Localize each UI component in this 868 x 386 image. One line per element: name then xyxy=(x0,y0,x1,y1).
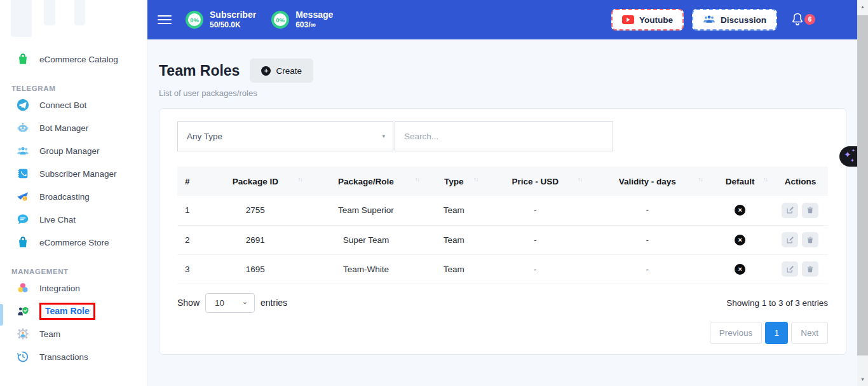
scrollbar[interactable]: ▲ ▼ xyxy=(857,0,868,386)
sidebar-item-label: Subscriber Manager xyxy=(39,169,117,179)
pagination: Previous 1 Next xyxy=(177,322,828,344)
edit-button[interactable] xyxy=(782,232,798,247)
create-button-label: Create xyxy=(276,66,302,76)
type-filter-value: Any Type xyxy=(187,132,222,141)
sort-icon: ↑↓ xyxy=(473,176,478,183)
col-header-package-role[interactable]: Package/Role↑↓ xyxy=(308,167,424,196)
sidebar-item-label: Team xyxy=(39,329,60,339)
caret-down-icon: ▾ xyxy=(382,133,385,139)
sidebar-item-bot-manager[interactable]: Bot Manager xyxy=(0,116,147,139)
delete-button[interactable] xyxy=(802,232,818,247)
cell-num: 2 xyxy=(177,225,203,254)
cell-validity: - xyxy=(587,196,707,225)
page-subtitle: List of user packages/roles xyxy=(159,88,846,98)
youtube-button[interactable]: Youtube xyxy=(611,9,684,31)
cell-price: - xyxy=(483,196,587,225)
col-header-default[interactable]: Default↑↓ xyxy=(708,167,773,196)
create-button[interactable]: + Create xyxy=(250,59,313,83)
page-size-value: 10 xyxy=(215,298,224,308)
col-header-type[interactable]: Type↑↓ xyxy=(424,167,483,196)
sidebar-item-ecommerce-catalog[interactable]: eCommerce Catalog xyxy=(0,48,147,71)
shopping-bag-icon xyxy=(15,52,31,67)
cell-actions xyxy=(773,196,828,225)
assistant-fab[interactable]: ✦ ✦ ✦ xyxy=(839,146,857,167)
table-row: 3 1695 Team-White Team - - × xyxy=(177,254,828,284)
next-page-button[interactable]: Next xyxy=(791,322,828,344)
team-role-shield-icon xyxy=(15,303,31,319)
topbar: 0% Subscriber 50/50.0K 0% Message 603/∞ … xyxy=(147,0,857,39)
page-size-select[interactable]: 10 ⌄ xyxy=(205,293,255,313)
sidebar-item-team-role[interactable]: Team Role xyxy=(0,300,147,322)
sidebar-item-subscriber-manager[interactable]: Subscriber Manager xyxy=(0,162,147,185)
delete-button[interactable] xyxy=(802,261,818,277)
subscriber-value: 50/50.0K xyxy=(210,20,256,30)
default-off-icon: × xyxy=(735,205,745,216)
search-input[interactable] xyxy=(395,121,613,151)
notification-bell[interactable]: 6 xyxy=(790,11,806,28)
cell-default: × xyxy=(708,196,773,225)
transactions-clock-icon xyxy=(15,349,31,364)
integration-circles-icon xyxy=(15,280,31,296)
sidebar-item-connect-bot[interactable]: Connect Bot xyxy=(0,93,147,116)
logo-placeholder xyxy=(0,0,147,48)
cell-type: Team xyxy=(424,225,483,254)
robot-icon xyxy=(15,120,31,135)
sidebar-item-live-chat[interactable]: Live Chat xyxy=(0,208,147,231)
show-label: Show xyxy=(177,298,200,308)
telegram-icon xyxy=(15,97,31,113)
cell-package-id: 1695 xyxy=(203,254,308,284)
scrollbar-thumb[interactable] xyxy=(857,15,868,355)
sidebar-item-team[interactable]: Team xyxy=(0,322,147,345)
sidebar-item-label: Live Chat xyxy=(39,215,76,224)
app-root: eCommerce Catalog TELEGRAM Connect Bot B… xyxy=(0,0,868,386)
logo-skeleton-bar xyxy=(44,0,55,25)
sidebar-item-label: Team Role xyxy=(45,306,90,316)
subscriber-progress-ring: 0% xyxy=(186,11,203,29)
youtube-icon xyxy=(622,15,634,24)
scroll-down-arrow[interactable]: ▼ xyxy=(857,374,868,385)
discussion-button[interactable]: Discussion xyxy=(692,9,777,31)
page-size-group: Show 10 ⌄ entries xyxy=(177,293,287,313)
default-off-icon: × xyxy=(735,264,745,275)
team-roles-table: # Package ID↑↓ Package/Role↑↓ Type↑↓ Pri… xyxy=(177,167,828,284)
sidebar-item-ecommerce-store[interactable]: eCommerce Store xyxy=(0,231,147,254)
cell-package-role: Super Team xyxy=(308,225,424,254)
subscriber-stat: 0% Subscriber 50/50.0K xyxy=(186,10,256,30)
delete-button[interactable] xyxy=(802,203,818,218)
cell-package-id: 2691 xyxy=(203,225,308,254)
entries-label: entries xyxy=(261,298,287,308)
sidebar-item-transactions[interactable]: Transactions xyxy=(0,345,147,368)
cell-actions xyxy=(773,225,828,254)
sidebar-section-telegram: TELEGRAM xyxy=(0,76,147,93)
col-header-validity[interactable]: Validity - days↑↓ xyxy=(587,167,707,196)
entries-summary: Showing 1 to 3 of 3 entries xyxy=(726,298,828,308)
sidebar-item-label: eCommerce Catalog xyxy=(39,55,118,64)
message-percent: 0% xyxy=(276,17,285,24)
previous-page-button[interactable]: Previous xyxy=(710,322,763,344)
sidebar-item-group-manager[interactable]: Group Manager xyxy=(0,139,147,162)
sidebar-item-integration[interactable]: Integration xyxy=(0,277,147,300)
svg-text:1: 1 xyxy=(24,196,26,200)
sidebar-item-broadcasting[interactable]: 1 Broadcasting xyxy=(0,185,147,208)
cell-type: Team xyxy=(424,254,483,284)
col-header-price[interactable]: Price - USD↑↓ xyxy=(483,167,587,196)
cell-num: 3 xyxy=(177,254,203,284)
chat-bubble-icon xyxy=(15,212,31,227)
table-row: 2 2691 Super Team Team - - × xyxy=(177,225,828,254)
current-page-button[interactable]: 1 xyxy=(765,322,788,344)
edit-button[interactable] xyxy=(782,203,798,218)
col-header-package-id[interactable]: Package ID↑↓ xyxy=(203,167,308,196)
sparkle-icon: ✦ xyxy=(850,158,855,163)
main-content: Team Roles + Create List of user package… xyxy=(147,39,857,386)
subscriber-label: Subscriber xyxy=(210,10,256,20)
sort-icon: ↑↓ xyxy=(578,176,582,183)
type-filter-select[interactable]: Any Type ▾ xyxy=(177,121,393,151)
scroll-up-arrow[interactable]: ▲ xyxy=(857,1,868,12)
sidebar-item-label: Broadcasting xyxy=(39,192,90,202)
sidebar-item-label: Connect Bot xyxy=(39,100,86,110)
hamburger-menu-icon[interactable] xyxy=(158,15,172,24)
notification-count-badge: 6 xyxy=(804,14,815,25)
team-gear-icon xyxy=(15,326,31,341)
edit-button[interactable] xyxy=(782,261,798,277)
cell-num: 1 xyxy=(177,196,203,225)
